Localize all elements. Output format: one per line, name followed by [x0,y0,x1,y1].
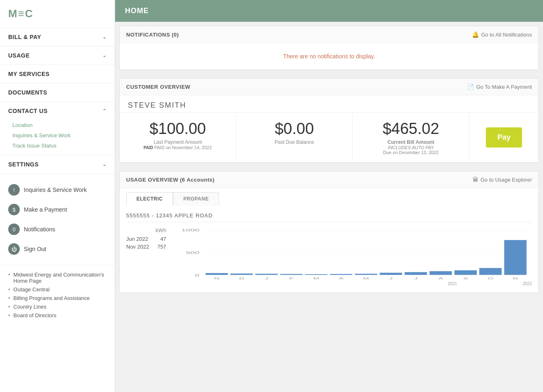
svg-rect-28 [479,268,501,275]
last-payment-sub: PAID PAID on November 14, 2022 [143,145,212,150]
ext-link-homepage-label: Midwest Energy and Communication's Home … [14,272,106,284]
ext-link-board-label: Board of Directors [14,312,57,318]
svg-rect-22 [405,272,427,275]
chevron-up-icon: ⌃ [102,108,107,114]
nav-settings: SETTINGS ⌄ [0,155,115,174]
nav-bill-pay-toggle[interactable]: BILL & PAY ⌄ [0,28,115,46]
pay-button[interactable]: Pay [486,127,522,148]
nav-documents-toggle[interactable]: DOCUMENTS [0,83,115,101]
nav-my-services: MY SERVICES [0,65,115,83]
customer-overview-header: CUSTOMER OVERVIEW 📄 Go To Make A Payment [120,78,538,95]
nav-bill-pay-label: BILL & PAY [8,34,41,40]
nav-usage: USAGE ⌄ [0,46,115,65]
nav-my-services-toggle[interactable]: MY SERVICES [0,65,115,83]
svg-text:J: J [389,277,393,280]
main-content: HOME NOTIFICATIONS (0) 🔔 Go to All Notif… [115,0,543,392]
sidebar: M≡C BILL & PAY ⌄ USAGE ⌄ MY SERVICES DOC… [0,0,115,392]
svg-text:D: D [239,277,245,280]
sidebar-item-track-issue[interactable]: Track Issue Status [8,141,106,151]
quick-link-payment[interactable]: $ Make a Payment [4,200,111,219]
usage-row-2: Nov 2022 757 [126,243,166,251]
notifications-section: NOTIFICATIONS (0) 🔔 Go to All Notificati… [119,26,539,70]
page-title: HOME [125,7,149,15]
last-payment-date: PAID on November 14, 2022 [155,145,212,150]
customer-name: STEVE SMITH [120,95,538,112]
go-to-payment-link[interactable]: 📄 Go To Make A Payment [467,83,532,90]
past-due-label: Past Due Balance [275,139,314,145]
chevron-down-icon: ⌄ [102,161,107,167]
nav-settings-toggle[interactable]: SETTINGS ⌄ [0,155,115,173]
no-notifications-message: There are no notifications to display. [120,43,538,69]
overview-grid: $100.00 Last Payment Amount PAID PAID on… [120,112,538,162]
ext-link-outage[interactable]: Outage Central [8,286,106,293]
dollar-icon: $ [8,204,20,215]
usage-row-1: Jun 2022 47 [126,235,166,243]
go-to-usage-explorer-link[interactable]: 🏛 Go to Usage Explorer [473,176,532,183]
current-bill-col: $465.02 Current Bill Amount INCLUDES AUT… [353,113,469,162]
nav-contact-us-label: CONTACT US [8,108,48,114]
quick-link-signout[interactable]: ⏻ Sign Out [4,239,111,259]
customer-overview-title: CUSTOMER OVERVIEW [126,84,190,90]
current-bill-sub1: INCLUDES AUTO PAY [388,145,434,150]
ext-link-homepage[interactable]: Midwest Energy and Communication's Home … [8,272,106,284]
sidebar-item-inquiries[interactable]: Inquiries & Service Work [8,130,106,141]
zero-icon: 0 [8,224,20,235]
svg-rect-16 [330,274,352,275]
go-to-notifications-label: Go to All Notifications [481,32,532,38]
svg-text:500: 500 [186,251,200,255]
quick-link-inquiries[interactable]: ! Inquiries & Service Work [4,180,111,200]
page-header: HOME [115,0,543,22]
ext-link-billing-label: Billing Programs and Assistance [14,295,90,301]
go-to-usage-explorer-label: Go to Usage Explorer [481,177,532,183]
usage-overview-title: USAGE OVERVIEW (6 Accounts) [126,177,215,183]
chevron-down-icon: ⌄ [102,53,107,58]
chart-icon: 🏛 [473,176,478,183]
chart-year-right: 2022 [523,281,532,286]
quick-link-notifications[interactable]: 0 Notifications [4,219,111,239]
svg-text:A: A [439,277,444,280]
quick-link-payment-label: Make a Payment [24,206,67,213]
nav-contact-us-toggle[interactable]: CONTACT US ⌃ [0,102,115,120]
svg-rect-10 [256,274,278,275]
bell-icon: 🔔 [472,31,479,38]
nav-usage-label: USAGE [8,52,30,59]
usage-overview-header: USAGE OVERVIEW (6 Accounts) 🏛 Go to Usag… [120,171,538,188]
past-due-col: $0.00 Past Due Balance [236,113,353,162]
current-bill-sub2: Due on December 13, 2022 [383,150,439,155]
current-bill-amount: $465.02 [383,120,439,138]
notifications-header: NOTIFICATIONS (0) 🔔 Go to All Notificati… [120,26,538,43]
svg-text:1000: 1000 [182,228,200,232]
sidebar-item-location[interactable]: Location [8,120,106,130]
doc-icon: 📄 [467,83,474,90]
svg-text:N: N [513,277,518,280]
go-to-notifications-link[interactable]: 🔔 Go to All Notifications [472,31,532,38]
logo-area: M≡C [0,0,115,28]
svg-text:F: F [289,277,294,280]
usage-table-header: kWh [126,227,166,235]
nav-contact-us-sub: Location Inquiries & Service Work Track … [0,120,115,155]
ext-links: Midwest Energy and Communication's Home … [0,265,115,327]
nav-documents: DOCUMENTS [0,83,115,102]
nav-contact-us: CONTACT US ⌃ Location Inquiries & Servic… [0,102,115,155]
svg-rect-8 [231,274,253,275]
svg-rect-30 [504,240,527,275]
current-bill-label: Current Bill Amount [388,139,434,145]
past-due-amount: $0.00 [275,120,314,138]
quick-link-notifications-label: Notifications [24,226,55,233]
ext-link-country[interactable]: Country Lines [8,304,106,310]
usage-chart: 1000 500 0 NDJFMAMJJASON [174,227,532,281]
ext-link-billing[interactable]: Billing Programs and Assistance [8,295,106,301]
ext-link-board[interactable]: Board of Directors [8,312,106,318]
svg-rect-18 [355,274,377,275]
last-payment-label: Last Payment Amount [154,139,202,145]
chevron-down-icon: ⌄ [102,34,107,40]
chart-year-left: 2021 [448,281,457,286]
svg-text:M: M [363,277,369,280]
pay-col: Pay [469,113,538,162]
nav-documents-label: DOCUMENTS [8,89,47,96]
ext-link-country-label: Country Lines [14,304,46,310]
tab-electric[interactable]: ELECTRIC [126,192,173,206]
quick-link-inquiries-label: Inquiries & Service Work [24,187,87,193]
tab-propane[interactable]: PROPANE [173,192,219,206]
nav-usage-toggle[interactable]: USAGE ⌄ [0,46,115,65]
